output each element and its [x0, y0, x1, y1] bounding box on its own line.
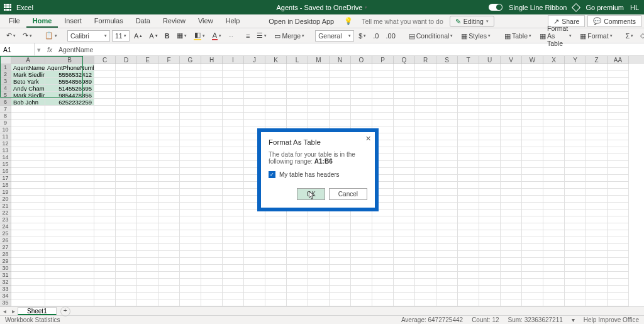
cell[interactable]	[201, 286, 223, 293]
cell[interactable]	[116, 161, 137, 168]
cell[interactable]	[415, 120, 436, 126]
cell[interactable]	[308, 85, 330, 92]
cell[interactable]	[586, 175, 608, 182]
cell[interactable]	[501, 133, 522, 140]
cell[interactable]	[11, 126, 45, 133]
cell[interactable]	[11, 244, 45, 251]
cell[interactable]	[45, 140, 94, 147]
cell[interactable]	[45, 251, 94, 258]
fx-icon[interactable]: fx	[43, 46, 56, 53]
row-header[interactable]: 13	[0, 147, 11, 154]
cell[interactable]	[244, 223, 265, 230]
cell[interactable]	[586, 237, 608, 244]
cell[interactable]	[94, 78, 116, 85]
cell[interactable]	[394, 64, 415, 71]
cell[interactable]	[116, 293, 137, 299]
cell[interactable]	[479, 154, 501, 161]
cell[interactable]	[608, 78, 629, 85]
cell[interactable]	[287, 272, 308, 279]
cell[interactable]	[522, 251, 543, 258]
cell[interactable]	[180, 223, 201, 230]
cell[interactable]	[116, 258, 137, 265]
cell[interactable]	[372, 113, 394, 120]
bold-button[interactable]: B	[162, 31, 172, 41]
cell[interactable]	[608, 299, 629, 306]
cell[interactable]	[565, 237, 586, 244]
cell[interactable]	[458, 237, 479, 244]
cell[interactable]	[501, 223, 522, 230]
cell[interactable]	[201, 251, 223, 258]
cell[interactable]	[158, 258, 180, 265]
cell[interactable]	[586, 209, 608, 216]
cell[interactable]	[415, 299, 436, 306]
cell[interactable]	[11, 154, 45, 161]
cell[interactable]	[158, 126, 180, 133]
cell[interactable]	[158, 113, 180, 120]
cell[interactable]	[223, 237, 244, 244]
cell[interactable]	[586, 223, 608, 230]
cell[interactable]	[201, 133, 223, 140]
cell[interactable]	[608, 99, 629, 106]
cell[interactable]	[223, 189, 244, 196]
cell[interactable]	[201, 182, 223, 189]
cell[interactable]	[522, 189, 543, 196]
cell[interactable]	[116, 189, 137, 196]
cell[interactable]	[501, 140, 522, 147]
cell[interactable]	[415, 99, 436, 106]
cell[interactable]	[608, 279, 629, 286]
cell[interactable]	[394, 113, 415, 120]
cell[interactable]	[308, 265, 330, 272]
cell[interactable]	[308, 120, 330, 126]
cell[interactable]	[158, 71, 180, 78]
workbook-stats-link[interactable]: Workbook Statistics	[5, 316, 60, 323]
cell[interactable]	[415, 182, 436, 189]
cell[interactable]	[586, 189, 608, 196]
cell[interactable]	[565, 113, 586, 120]
cell[interactable]	[351, 279, 372, 286]
cell[interactable]	[137, 299, 158, 306]
cell[interactable]	[543, 71, 565, 78]
cell[interactable]	[372, 71, 394, 78]
cell[interactable]	[330, 265, 351, 272]
cell[interactable]	[116, 140, 137, 147]
cell[interactable]	[565, 203, 586, 209]
cell[interactable]	[201, 71, 223, 78]
cell[interactable]	[565, 161, 586, 168]
cell[interactable]	[180, 189, 201, 196]
cell[interactable]	[94, 272, 116, 279]
font-color-button[interactable]: A▾	[209, 30, 224, 42]
cell[interactable]	[94, 161, 116, 168]
cell[interactable]	[565, 251, 586, 258]
cell[interactable]	[436, 71, 458, 78]
cell[interactable]	[223, 265, 244, 272]
cell[interactable]	[11, 223, 45, 230]
cell[interactable]	[94, 189, 116, 196]
cell[interactable]	[543, 251, 565, 258]
cell[interactable]	[394, 85, 415, 92]
cell[interactable]	[45, 299, 94, 306]
cell[interactable]	[543, 203, 565, 209]
cell[interactable]	[565, 286, 586, 293]
cell[interactable]	[436, 223, 458, 230]
cell[interactable]	[565, 140, 586, 147]
cell[interactable]	[223, 209, 244, 216]
cell[interactable]	[308, 113, 330, 120]
cell[interactable]	[11, 168, 45, 175]
cell[interactable]	[45, 168, 94, 175]
cell[interactable]	[180, 92, 201, 99]
cell[interactable]	[522, 78, 543, 85]
cell[interactable]	[94, 120, 116, 126]
cell[interactable]	[287, 279, 308, 286]
cell[interactable]	[543, 265, 565, 272]
cell[interactable]	[436, 265, 458, 272]
cell[interactable]	[330, 230, 351, 237]
cell[interactable]	[265, 251, 287, 258]
cell[interactable]	[608, 113, 629, 120]
cell[interactable]	[565, 64, 586, 71]
cell[interactable]	[180, 286, 201, 293]
cell[interactable]	[608, 85, 629, 92]
help-improve-link[interactable]: Help Improve Office	[584, 316, 639, 323]
cell[interactable]	[436, 293, 458, 299]
cell[interactable]: Andy Champan	[11, 85, 45, 92]
cell[interactable]	[201, 258, 223, 265]
